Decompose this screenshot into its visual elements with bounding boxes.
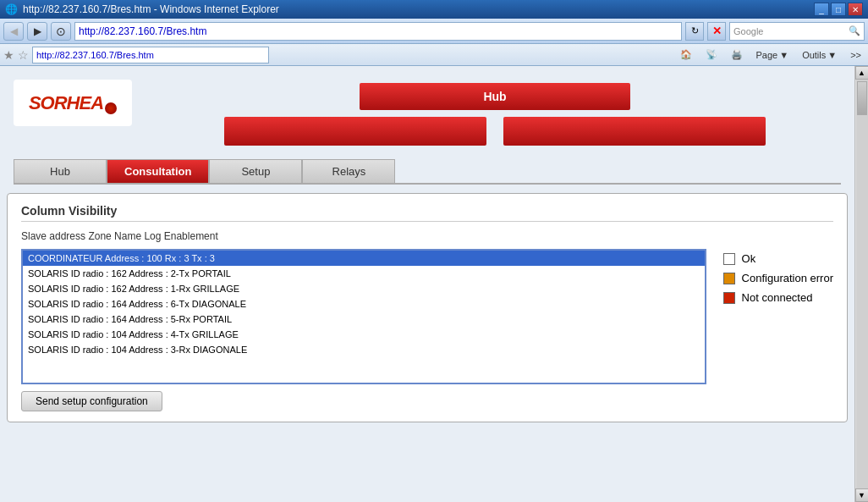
ie-icon: 🌐: [5, 3, 18, 15]
tab-address-bar[interactable]: http://82.237.160.7/Bres.htm: [32, 47, 269, 63]
feeds-icon-btn[interactable]: 📡: [702, 47, 721, 62]
hub-button-area: Hub: [149, 80, 841, 146]
main-content-box: Column Visibility Slave address Zone Nam…: [7, 193, 848, 422]
tab-setup[interactable]: Setup: [209, 159, 302, 183]
device-list: COORDINATEUR Address : 100 Rx : 3 Tx : 3…: [21, 249, 706, 384]
nav-toolbar: ◀ ▶ ⊙ http://82.237.160.7/Bres.htm ↻ ✕ G…: [0, 19, 868, 44]
column-visibility-header: Slave address Zone Name Log Enablement: [21, 230, 833, 242]
tab-address-text: http://82.237.160.7/Bres.htm: [36, 50, 154, 60]
logo-area: SORHEA: [14, 80, 149, 126]
logo-text: SORHEA: [29, 92, 103, 114]
page-header: SORHEA Hub Hub: [7, 73, 848, 185]
extend-btn[interactable]: >>: [847, 48, 865, 62]
header-top: SORHEA Hub: [14, 80, 841, 152]
send-setup-button[interactable]: Send setup configuration: [21, 391, 162, 411]
scrollbar-track[interactable]: [856, 80, 868, 488]
not-connected-label: Not connected: [742, 291, 813, 304]
section-title: Column Visibility: [21, 204, 833, 222]
address-bar[interactable]: http://82.237.160.7/Bres.htm: [74, 22, 682, 41]
secondary-toolbar: ★ ☆ http://82.237.160.7/Bres.htm 🏠 📡 🖨️ …: [0, 44, 868, 66]
ok-icon: [723, 253, 735, 265]
stop-button[interactable]: ✕: [707, 22, 726, 41]
address-text: http://82.237.160.7/Bres.htm: [79, 25, 206, 37]
nav-tabs: Hub Consultation Setup Relays: [14, 159, 841, 185]
scrollbar-thumb[interactable]: [857, 81, 867, 115]
hub-right-button[interactable]: [503, 117, 766, 146]
page-content: SORHEA Hub Hub: [0, 66, 854, 502]
search-icon: 🔍: [849, 25, 860, 36]
page-menu-btn[interactable]: Page▼: [753, 48, 793, 62]
sorhea-logo: SORHEA: [14, 80, 132, 126]
legend-config-error: Configuration error: [723, 272, 833, 284]
device-item-1[interactable]: SOLARIS ID radio : 162 Address : 2-Tx PO…: [23, 266, 705, 281]
favorites-star-icon[interactable]: ★: [3, 48, 14, 62]
legend-not-connected: Not connected: [723, 291, 833, 304]
config-error-label: Configuration error: [742, 272, 833, 284]
print-icon-btn[interactable]: 🖨️: [728, 47, 746, 62]
page-container: SORHEA Hub Hub: [0, 66, 868, 502]
device-item-6[interactable]: SOLARIS ID radio : 104 Address : 3-Rx DI…: [23, 342, 705, 357]
titlebar-left: 🌐 http://82.237.160.7/Bres.htm - Windows…: [5, 3, 279, 15]
device-item-2[interactable]: SOLARIS ID radio : 162 Address : 1-Rx GR…: [23, 281, 705, 296]
hub-button[interactable]: Hub: [360, 83, 630, 110]
send-btn-area: Send setup configuration: [21, 391, 706, 411]
outils-menu-btn[interactable]: Outils▼: [799, 48, 840, 62]
device-list-container: COORDINATEUR Address : 100 Rx : 3 Tx : 3…: [21, 249, 706, 411]
refresh-button[interactable]: ↻: [685, 22, 704, 41]
device-item-3[interactable]: SOLARIS ID radio : 164 Address : 6-Tx DI…: [23, 296, 705, 312]
outils-label: Outils: [802, 50, 826, 60]
tab-relays[interactable]: Relays: [302, 159, 395, 183]
search-bar[interactable]: Google 🔍: [729, 22, 865, 41]
home-button[interactable]: ⊙: [51, 22, 71, 41]
device-item-4[interactable]: SOLARIS ID radio : 164 Address : 5-Rx PO…: [23, 312, 705, 327]
page-label: Page: [756, 50, 778, 60]
titlebar-icons: _ □ ✕: [814, 3, 863, 16]
address-bar-container: http://82.237.160.7/Bres.htm ↻ ✕: [74, 22, 726, 41]
logo-circle: [105, 102, 117, 114]
search-placeholder: Google: [733, 26, 763, 36]
titlebar-text: http://82.237.160.7/Bres.htm - Windows I…: [23, 3, 279, 15]
close-button[interactable]: ✕: [848, 3, 863, 16]
ok-label: Ok: [742, 252, 756, 265]
forward-button[interactable]: ▶: [27, 22, 47, 41]
scrollbar-up-button[interactable]: ▲: [855, 66, 869, 80]
legend-ok: Ok: [723, 252, 833, 265]
device-item-5[interactable]: SOLARIS ID radio : 104 Address : 4-Tx GR…: [23, 327, 705, 342]
scrollbar: ▲ ▼: [854, 66, 868, 502]
config-error-icon: [723, 273, 735, 284]
content-layout: COORDINATEUR Address : 100 Rx : 3 Tx : 3…: [21, 249, 833, 411]
hub-buttons-row: [224, 117, 766, 146]
tab-consultation[interactable]: Consultation: [107, 159, 209, 183]
maximize-button[interactable]: □: [831, 3, 846, 16]
favorites-add-icon[interactable]: ☆: [18, 48, 29, 62]
home-icon-btn[interactable]: 🏠: [677, 47, 695, 62]
back-button[interactable]: ◀: [3, 22, 24, 41]
legend-area: Ok Configuration error Not connected: [723, 249, 833, 304]
browser-titlebar: 🌐 http://82.237.160.7/Bres.htm - Windows…: [0, 0, 868, 19]
scrollbar-down-button[interactable]: ▼: [855, 488, 869, 502]
not-connected-icon: [723, 292, 735, 304]
hub-left-button[interactable]: [224, 117, 486, 146]
tab-hub[interactable]: Hub: [14, 159, 107, 183]
device-item-0[interactable]: COORDINATEUR Address : 100 Rx : 3 Tx : 3: [23, 251, 705, 266]
toolbar-right-icons: 🏠 📡 🖨️ Page▼ Outils▼ >>: [677, 47, 865, 62]
minimize-button[interactable]: _: [814, 3, 829, 16]
